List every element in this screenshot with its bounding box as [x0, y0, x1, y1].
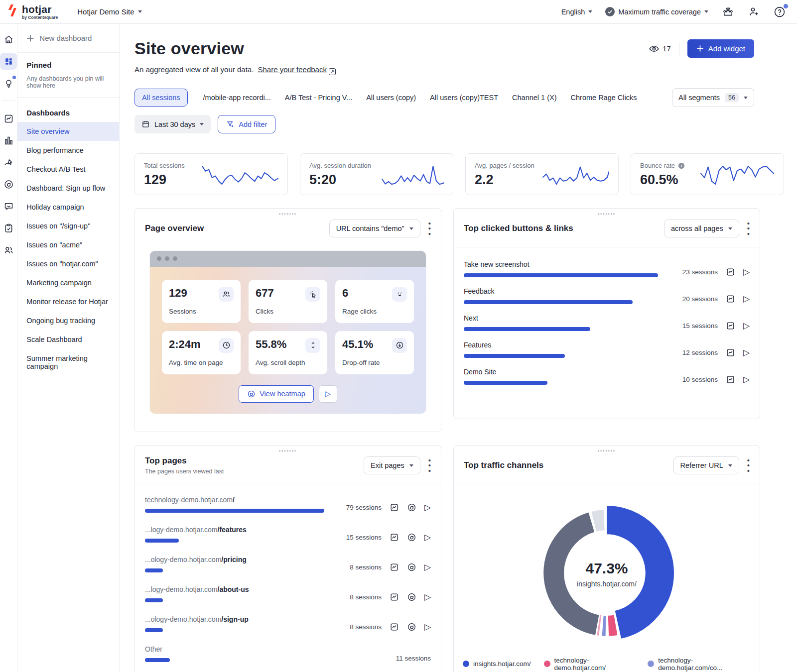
legend-item[interactable]: insights.hotjar.com/: [463, 657, 531, 672]
play-recording-button[interactable]: ▷: [424, 562, 431, 572]
sidebar-item-issues-acme[interactable]: Issues on "acme": [17, 235, 119, 254]
sidebar-item-blog-performance[interactable]: Blog performance: [17, 141, 119, 160]
sidebar-item-bug-tracking[interactable]: Ongoing bug tracking: [17, 311, 119, 330]
traffic-coverage-selector[interactable]: Maximum traffic coverage: [605, 7, 708, 16]
sidebar-item-monitor-release[interactable]: Monitor release for Hotjar: [17, 292, 119, 311]
window-dot: [173, 256, 177, 261]
view-trends-button[interactable]: [390, 622, 399, 632]
sidebar-item-issues-signup[interactable]: Issues on "/sign-up": [17, 217, 119, 235]
nav-heatmaps[interactable]: [0, 176, 17, 193]
nav-recordings[interactable]: [0, 154, 17, 171]
sidebar-item-marketing-campaign[interactable]: Marketing campaign: [17, 273, 119, 292]
view-heatmap-button[interactable]: [407, 622, 416, 632]
widget-menu-button[interactable]: •••: [744, 219, 753, 239]
view-heatmap-button[interactable]: [407, 562, 416, 572]
play-recording-button[interactable]: ▷: [424, 622, 431, 632]
play-recording-button[interactable]: ▷: [743, 347, 750, 358]
drag-handle[interactable]: •••••••: [598, 448, 616, 453]
invite-user-button[interactable]: [747, 5, 760, 18]
exit-pages-dropdown[interactable]: Exit pages: [364, 456, 420, 474]
tab-all-sessions[interactable]: All sessions: [134, 89, 188, 107]
external-link-icon: ↗: [329, 68, 336, 75]
nav-surveys[interactable]: [0, 220, 17, 236]
integrations-button[interactable]: [721, 5, 734, 18]
tab-all-users-copy[interactable]: All users (copy): [359, 89, 423, 106]
view-trends-button[interactable]: [726, 321, 735, 331]
view-trends-button[interactable]: [390, 562, 399, 572]
add-filter-button[interactable]: Add filter: [218, 115, 275, 133]
nav-home[interactable]: [0, 31, 17, 48]
view-trends-button[interactable]: [390, 592, 399, 602]
play-recording-button[interactable]: ▷: [743, 267, 750, 277]
play-recording-button[interactable]: ▷: [424, 502, 431, 513]
play-recording-button[interactable]: ▷: [743, 374, 750, 385]
list-item: ...logy-demo.hotjar.com/about-us 8 sessi…: [145, 579, 431, 609]
nav-trends[interactable]: [0, 110, 17, 127]
click-cursor-icon: [309, 290, 317, 298]
view-trends-button[interactable]: [726, 348, 735, 357]
play-recording-button[interactable]: ▷: [424, 532, 431, 543]
view-trends-button[interactable]: [726, 267, 735, 277]
sidebar-item-summer-marketing[interactable]: Summer marketing campaign: [17, 349, 119, 376]
sidebar-item-scale-dashboard[interactable]: Scale Dashboard: [17, 330, 119, 349]
tab-channel-1[interactable]: Channel 1 (X): [505, 89, 563, 106]
view-trends-button[interactable]: [726, 294, 735, 304]
pages-scope-dropdown[interactable]: across all pages: [664, 220, 739, 237]
feedback-link[interactable]: Share your feedback: [258, 65, 327, 74]
new-dashboard-button[interactable]: New dashboard: [17, 24, 119, 53]
view-heatmap-button[interactable]: [407, 533, 416, 542]
referrer-dropdown[interactable]: Referrer URL: [673, 456, 739, 474]
tab-all-users-copy-test[interactable]: All users (copy)TEST: [423, 89, 505, 106]
sidebar-item-site-overview[interactable]: Site overview: [17, 122, 119, 141]
view-heatmap-button[interactable]: [407, 503, 416, 512]
widget-menu-button[interactable]: •••: [425, 455, 434, 476]
widget-menu-button[interactable]: •••: [425, 219, 434, 239]
metric-value: 60.5%: [640, 172, 700, 188]
play-recording-button[interactable]: ▷: [424, 592, 431, 602]
view-heatmap-button[interactable]: [407, 592, 416, 602]
tab-chrome-rage-clicks[interactable]: Chrome Rage Clicks: [564, 89, 644, 106]
legend-item[interactable]: technology-demo.hotjar.com/co...: [648, 657, 751, 672]
drag-handle[interactable]: •••••••: [279, 212, 297, 217]
notification-dot: [784, 4, 788, 8]
main-content: Site overview 17 Add widget An aggregate…: [120, 24, 797, 672]
drag-handle[interactable]: •••••••: [598, 212, 616, 217]
page-filter-dropdown[interactable]: URL contains "demo": [329, 220, 420, 237]
tab-ab-test-pricing[interactable]: A/B Test - Pricing V...: [278, 89, 359, 106]
nav-dashboards[interactable]: [0, 53, 17, 70]
sessions-count: 20 sessions: [682, 295, 718, 303]
language-selector[interactable]: English: [561, 8, 593, 16]
stat-value: 2:24m: [169, 338, 201, 351]
tab-mobile-app-recordings[interactable]: /mobile-app recordi...: [196, 89, 278, 106]
nav-insights[interactable]: [0, 75, 17, 92]
site-selector[interactable]: Hotjar Demo Site: [77, 7, 142, 16]
divider: [2, 101, 15, 101]
divider: [454, 484, 760, 484]
drag-handle[interactable]: •••••••: [279, 448, 297, 453]
widget-title: Top pages: [145, 456, 224, 466]
help-button[interactable]: [773, 5, 786, 18]
nav-interviews[interactable]: [0, 241, 17, 258]
play-recording-button[interactable]: ▷: [319, 385, 337, 403]
date-range-selector[interactable]: Last 30 days: [134, 115, 211, 133]
sidebar-item-holiday-campaign[interactable]: Holiday campaign: [17, 198, 119, 217]
view-trends-button[interactable]: [390, 503, 399, 512]
nav-feedback[interactable]: [0, 198, 17, 215]
legend-item[interactable]: technology-demo.hotjar.com/: [544, 657, 635, 672]
window-dot: [157, 256, 161, 261]
view-trends-button[interactable]: [390, 533, 399, 542]
play-recording-button[interactable]: ▷: [743, 321, 750, 331]
nav-funnels[interactable]: [0, 132, 17, 149]
page-url-prefix: Other: [145, 645, 162, 653]
widget-menu-button[interactable]: •••: [744, 455, 753, 476]
sidebar-item-checkout-ab-test[interactable]: Checkout A/B Test: [17, 160, 119, 179]
add-widget-button[interactable]: Add widget: [687, 39, 754, 58]
sidebar-item-signup-flow[interactable]: Dashboard: Sign up flow: [17, 179, 119, 198]
sidebar-item-issues-hotjar[interactable]: Issues on "hotjar.com": [17, 254, 119, 273]
all-segments-dropdown[interactable]: All segments 56: [672, 88, 754, 107]
view-heatmap-button[interactable]: View heatmap: [239, 385, 314, 403]
view-trends-button[interactable]: [726, 375, 735, 384]
page-title: Site overview: [134, 39, 244, 58]
play-recording-button[interactable]: ▷: [743, 294, 750, 304]
calendar-icon: [141, 120, 150, 128]
